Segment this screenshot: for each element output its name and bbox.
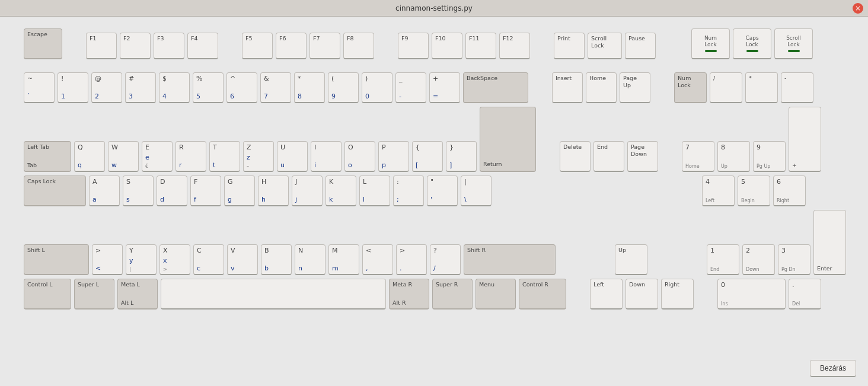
key-comma[interactable]: < , [362,244,393,275]
key-g[interactable]: G g [224,176,255,206]
key-r[interactable]: R r [175,141,206,172]
key-x[interactable]: X x > [159,244,190,275]
key-super-left[interactable]: Super L [74,279,114,310]
key-numpad-plus[interactable]: + [789,107,821,172]
key-o[interactable]: O o [344,141,375,172]
key-z[interactable]: Z z – [243,141,274,172]
key-numpad-dot[interactable]: . Del [789,279,821,310]
key-page-up[interactable]: PageUp [620,72,650,103]
key-insert[interactable]: Insert [552,72,583,103]
key-end[interactable]: End [593,141,624,172]
key-backspace[interactable]: BackSpace [463,72,528,103]
key-period[interactable]: > . [396,244,427,275]
key-numpad-star[interactable]: * [745,72,778,103]
key-p[interactable]: P p [378,141,409,172]
key-shift-right[interactable]: Shift R [464,244,556,275]
key-numpad-slash[interactable]: / [710,72,742,103]
key-backtick[interactable]: ~ ` [24,72,55,103]
key-j[interactable]: J j [292,176,323,206]
key-left[interactable]: Left [590,279,623,310]
key-numpad-6[interactable]: 6 Right [773,176,806,206]
key-u[interactable]: U u [277,141,308,172]
key-1[interactable]: ! 1 [58,72,88,103]
key-angle[interactable]: > < [92,244,123,275]
key-f11[interactable]: F11 [465,33,496,59]
key-up[interactable]: Up [615,244,647,275]
key-e[interactable]: E e € [142,141,173,172]
key-tab[interactable]: Left Tab Tab [24,141,71,172]
key-backslash[interactable]: | \ [461,176,492,206]
key-f5[interactable]: F5 [242,33,273,59]
key-l[interactable]: L l [359,176,390,206]
key-f8[interactable]: F8 [343,33,374,59]
key-right[interactable]: Right [661,279,694,310]
key-numpad-9[interactable]: 9 Pg Up [753,141,786,172]
key-f[interactable]: F f [190,176,221,206]
key-4[interactable]: $ 4 [159,72,190,103]
key-shift-left[interactable]: Shift L [24,244,89,275]
key-home[interactable]: Home [586,72,617,103]
key-bracket-right[interactable]: } ] [446,141,477,172]
key-numpad-0[interactable]: 0 Ins [717,279,786,310]
key-f7[interactable]: F7 [309,33,340,59]
key-d[interactable]: D d [157,176,187,206]
key-6[interactable]: ^ 6 [226,72,257,103]
close-window-button[interactable]: × [853,3,863,14]
key-return[interactable]: Return [480,107,536,172]
key-space[interactable] [161,279,386,310]
key-h[interactable]: H h [258,176,289,206]
key-a[interactable]: A a [89,176,120,206]
key-numpad-8[interactable]: 8 Up [717,141,750,172]
key-numpad-minus[interactable]: - [781,72,813,103]
key-q[interactable]: Q q [74,141,105,172]
key-k[interactable]: K k [326,176,356,206]
key-numpad-7[interactable]: 7 Home [682,141,714,172]
key-alt-left[interactable]: Meta L Alt L [117,279,158,310]
key-y[interactable]: Y y | [126,244,157,275]
key-w[interactable]: W w [108,141,139,172]
key-ctrl-left[interactable]: Control L [24,279,71,310]
key-super-right[interactable]: Super R [432,279,473,310]
key-numpad-enter[interactable]: Enter [813,210,846,275]
key-semicolon[interactable]: : ; [393,176,424,206]
key-7[interactable]: & 7 [260,72,291,103]
key-s[interactable]: S s [123,176,154,206]
key-5[interactable]: % 5 [193,72,224,103]
key-equals[interactable]: + = [429,72,460,103]
key-print[interactable]: Print [554,33,585,59]
key-bracket-left[interactable]: { [ [412,141,443,172]
key-down[interactable]: Down [626,279,658,310]
key-9[interactable]: ( 9 [328,72,359,103]
key-f2[interactable]: F2 [120,33,151,59]
key-alt-right[interactable]: Meta R Alt R [389,279,429,310]
key-c[interactable]: C c [193,244,224,275]
key-quote[interactable]: " ' [427,176,458,206]
key-f12[interactable]: F12 [499,33,530,59]
key-f6[interactable]: F6 [276,33,307,59]
key-v[interactable]: V v [227,244,258,275]
key-page-down[interactable]: PageDown [627,141,658,172]
key-ctrl-right[interactable]: Control R [519,279,566,310]
key-f1[interactable]: F1 [86,33,117,59]
key-minus[interactable]: _ - [395,72,426,103]
bezaras-button[interactable]: Bezárás [810,360,856,377]
key-numpad-3[interactable]: 3 Pg Dn [778,244,810,275]
key-numpad-2[interactable]: 2 Down [742,244,775,275]
key-f4[interactable]: F4 [187,33,218,59]
key-0[interactable]: ) 0 [362,72,392,103]
key-8[interactable]: * 8 [294,72,325,103]
key-f9[interactable]: F9 [398,33,429,59]
key-escape[interactable]: Escape [24,28,62,59]
key-scroll-lock[interactable]: ScrollLock [588,33,622,59]
key-pause[interactable]: Pause [625,33,656,59]
key-t[interactable]: T t [209,141,240,172]
key-2[interactable]: @ 2 [91,72,122,103]
key-b[interactable]: B b [261,244,292,275]
key-m[interactable]: M m [328,244,359,275]
key-n[interactable]: N n [295,244,326,275]
key-f10[interactable]: F10 [432,33,462,59]
key-f3[interactable]: F3 [154,33,184,59]
key-menu[interactable]: Menu [476,279,516,310]
key-3[interactable]: # 3 [125,72,156,103]
key-i[interactable]: I i [311,141,342,172]
